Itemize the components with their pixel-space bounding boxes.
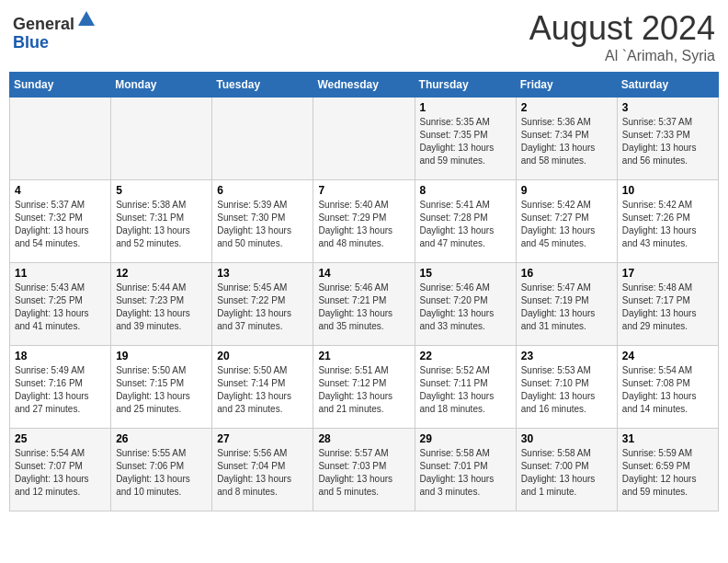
day-info: Sunrise: 5:54 AM Sunset: 7:07 PM Dayligh… — [15, 447, 106, 499]
day-number: 6 — [217, 184, 308, 197]
day-number: 15 — [420, 267, 511, 280]
day-info: Sunrise: 5:58 AM Sunset: 7:01 PM Dayligh… — [420, 447, 511, 499]
day-number: 24 — [622, 350, 713, 362]
week-row-3: 11Sunrise: 5:43 AM Sunset: 7:25 PM Dayli… — [10, 263, 719, 346]
day-info: Sunrise: 5:46 AM Sunset: 7:20 PM Dayligh… — [420, 282, 511, 333]
day-info: Sunrise: 5:37 AM Sunset: 7:32 PM Dayligh… — [15, 199, 106, 250]
day-info: Sunrise: 5:51 AM Sunset: 7:12 PM Dayligh… — [318, 364, 409, 416]
day-info: Sunrise: 5:52 AM Sunset: 7:11 PM Dayligh… — [420, 364, 511, 416]
day-cell-9: 9Sunrise: 5:42 AM Sunset: 7:27 PM Daylig… — [516, 180, 617, 263]
day-cell-4: 4Sunrise: 5:37 AM Sunset: 7:32 PM Daylig… — [10, 180, 111, 263]
day-number: 20 — [217, 350, 308, 362]
empty-cell — [10, 98, 111, 180]
day-number: 4 — [15, 184, 106, 197]
day-cell-8: 8Sunrise: 5:41 AM Sunset: 7:28 PM Daylig… — [415, 180, 516, 263]
day-number: 10 — [622, 184, 713, 197]
day-number: 28 — [318, 432, 409, 445]
week-row-4: 18Sunrise: 5:49 AM Sunset: 7:16 PM Dayli… — [10, 346, 719, 429]
day-info: Sunrise: 5:49 AM Sunset: 7:16 PM Dayligh… — [15, 364, 106, 416]
month-year: August 2024 — [529, 9, 715, 48]
week-row-5: 25Sunrise: 5:54 AM Sunset: 7:07 PM Dayli… — [10, 429, 719, 511]
empty-cell — [111, 98, 212, 180]
day-cell-5: 5Sunrise: 5:38 AM Sunset: 7:31 PM Daylig… — [111, 180, 212, 263]
logo-general: General — [13, 15, 74, 33]
day-number: 16 — [521, 267, 612, 280]
day-info: Sunrise: 5:35 AM Sunset: 7:35 PM Dayligh… — [420, 116, 511, 167]
day-cell-28: 28Sunrise: 5:57 AM Sunset: 7:03 PM Dayli… — [313, 429, 415, 511]
day-info: Sunrise: 5:37 AM Sunset: 7:33 PM Dayligh… — [622, 116, 713, 167]
empty-cell — [313, 98, 415, 180]
day-info: Sunrise: 5:44 AM Sunset: 7:23 PM Dayligh… — [116, 282, 207, 333]
location: Al `Arimah, Syria — [529, 48, 715, 64]
day-number: 21 — [318, 350, 409, 362]
day-number: 13 — [217, 267, 308, 280]
day-cell-22: 22Sunrise: 5:52 AM Sunset: 7:11 PM Dayli… — [415, 346, 516, 429]
day-info: Sunrise: 5:36 AM Sunset: 7:34 PM Dayligh… — [521, 116, 612, 167]
day-cell-21: 21Sunrise: 5:51 AM Sunset: 7:12 PM Dayli… — [313, 346, 415, 429]
day-info: Sunrise: 5:50 AM Sunset: 7:14 PM Dayligh… — [217, 364, 308, 416]
logo-icon — [76, 9, 97, 29]
header: General Blue August 2024 Al `Arimah, Syr… — [9, 9, 719, 64]
day-number: 17 — [622, 267, 713, 280]
day-info: Sunrise: 5:40 AM Sunset: 7:29 PM Dayligh… — [318, 199, 409, 250]
day-cell-31: 31Sunrise: 5:59 AM Sunset: 6:59 PM Dayli… — [617, 429, 718, 511]
day-cell-30: 30Sunrise: 5:58 AM Sunset: 7:00 PM Dayli… — [516, 429, 617, 511]
day-number: 14 — [318, 267, 409, 280]
day-number: 23 — [521, 350, 612, 362]
day-cell-1: 1Sunrise: 5:35 AM Sunset: 7:35 PM Daylig… — [415, 98, 516, 180]
title-area: August 2024 Al `Arimah, Syria — [529, 9, 715, 64]
day-info: Sunrise: 5:47 AM Sunset: 7:19 PM Dayligh… — [521, 282, 612, 333]
day-info: Sunrise: 5:48 AM Sunset: 7:17 PM Dayligh… — [622, 282, 713, 333]
day-number: 29 — [420, 432, 511, 445]
calendar-table: SundayMondayTuesdayWednesdayThursdayFrid… — [9, 72, 719, 511]
day-cell-15: 15Sunrise: 5:46 AM Sunset: 7:20 PM Dayli… — [415, 263, 516, 346]
day-info: Sunrise: 5:38 AM Sunset: 7:31 PM Dayligh… — [116, 199, 207, 250]
day-info: Sunrise: 5:46 AM Sunset: 7:21 PM Dayligh… — [318, 282, 409, 333]
day-info: Sunrise: 5:43 AM Sunset: 7:25 PM Dayligh… — [15, 282, 106, 333]
day-cell-13: 13Sunrise: 5:45 AM Sunset: 7:22 PM Dayli… — [212, 263, 313, 346]
empty-cell — [212, 98, 313, 180]
day-info: Sunrise: 5:39 AM Sunset: 7:30 PM Dayligh… — [217, 199, 308, 250]
day-cell-12: 12Sunrise: 5:44 AM Sunset: 7:23 PM Dayli… — [111, 263, 212, 346]
weekday-header-row: SundayMondayTuesdayWednesdayThursdayFrid… — [10, 73, 719, 98]
day-cell-25: 25Sunrise: 5:54 AM Sunset: 7:07 PM Dayli… — [10, 429, 111, 511]
weekday-header-thursday: Thursday — [415, 73, 516, 98]
day-number: 26 — [116, 432, 207, 445]
day-number: 8 — [420, 184, 511, 197]
day-info: Sunrise: 5:50 AM Sunset: 7:15 PM Dayligh… — [116, 364, 207, 416]
day-number: 12 — [116, 267, 207, 280]
day-info: Sunrise: 5:42 AM Sunset: 7:27 PM Dayligh… — [521, 199, 612, 250]
week-row-1: 1Sunrise: 5:35 AM Sunset: 7:35 PM Daylig… — [10, 98, 719, 180]
day-number: 31 — [622, 432, 713, 445]
weekday-header-sunday: Sunday — [10, 73, 111, 98]
svg-marker-0 — [78, 11, 95, 26]
day-number: 7 — [318, 184, 409, 197]
logo: General Blue — [13, 9, 97, 52]
day-cell-17: 17Sunrise: 5:48 AM Sunset: 7:17 PM Dayli… — [617, 263, 718, 346]
day-number: 2 — [521, 101, 612, 114]
day-number: 18 — [15, 350, 106, 362]
day-info: Sunrise: 5:45 AM Sunset: 7:22 PM Dayligh… — [217, 282, 308, 333]
day-cell-2: 2Sunrise: 5:36 AM Sunset: 7:34 PM Daylig… — [516, 98, 617, 180]
day-info: Sunrise: 5:55 AM Sunset: 7:06 PM Dayligh… — [116, 447, 207, 499]
day-cell-29: 29Sunrise: 5:58 AM Sunset: 7:01 PM Dayli… — [415, 429, 516, 511]
weekday-header-friday: Friday — [516, 73, 617, 98]
day-number: 30 — [521, 432, 612, 445]
day-number: 27 — [217, 432, 308, 445]
day-number: 5 — [116, 184, 207, 197]
day-info: Sunrise: 5:54 AM Sunset: 7:08 PM Dayligh… — [622, 364, 713, 416]
day-cell-18: 18Sunrise: 5:49 AM Sunset: 7:16 PM Dayli… — [10, 346, 111, 429]
day-info: Sunrise: 5:59 AM Sunset: 6:59 PM Dayligh… — [622, 447, 713, 499]
day-number: 19 — [116, 350, 207, 362]
day-cell-14: 14Sunrise: 5:46 AM Sunset: 7:21 PM Dayli… — [313, 263, 415, 346]
day-number: 22 — [420, 350, 511, 362]
day-cell-16: 16Sunrise: 5:47 AM Sunset: 7:19 PM Dayli… — [516, 263, 617, 346]
logo-text: General Blue — [13, 9, 97, 52]
day-cell-27: 27Sunrise: 5:56 AM Sunset: 7:04 PM Dayli… — [212, 429, 313, 511]
day-cell-6: 6Sunrise: 5:39 AM Sunset: 7:30 PM Daylig… — [212, 180, 313, 263]
day-info: Sunrise: 5:42 AM Sunset: 7:26 PM Dayligh… — [622, 199, 713, 250]
day-info: Sunrise: 5:58 AM Sunset: 7:00 PM Dayligh… — [521, 447, 612, 499]
day-info: Sunrise: 5:57 AM Sunset: 7:03 PM Dayligh… — [318, 447, 409, 499]
day-info: Sunrise: 5:53 AM Sunset: 7:10 PM Dayligh… — [521, 364, 612, 416]
day-cell-3: 3Sunrise: 5:37 AM Sunset: 7:33 PM Daylig… — [617, 98, 718, 180]
